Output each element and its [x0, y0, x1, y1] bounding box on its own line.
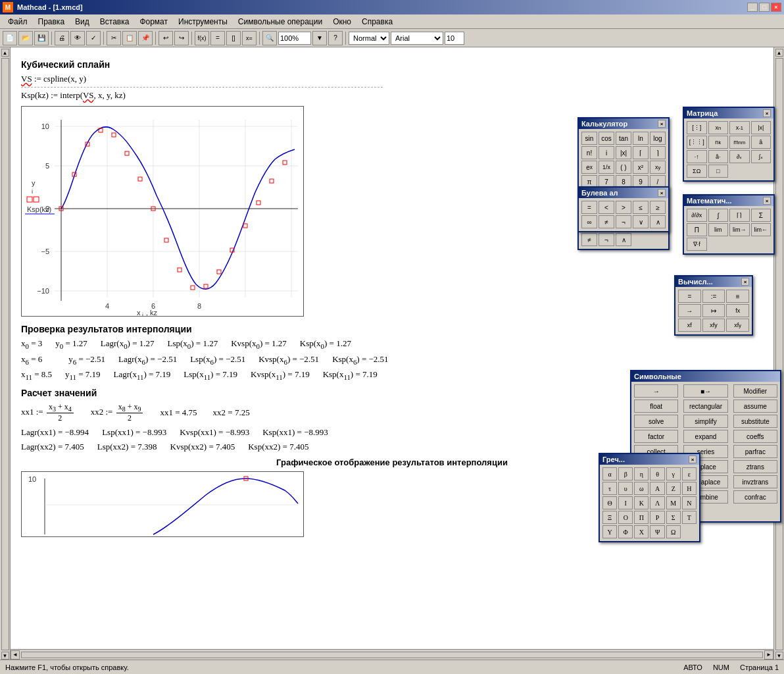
scroll-up-btn[interactable]: ▲: [1, 49, 9, 57]
greek-Lambda[interactable]: Λ: [650, 496, 664, 509]
mat-xn[interactable]: xn: [708, 121, 729, 134]
math-prod[interactable]: Π: [687, 223, 707, 236]
greek-tau[interactable]: τ: [602, 482, 617, 495]
calc-log[interactable]: log: [650, 132, 666, 145]
comp-fx[interactable]: fx: [726, 304, 749, 317]
scrollbar-left[interactable]: ▲ ▼: [0, 47, 11, 660]
bool-neq[interactable]: ≠: [599, 215, 614, 228]
greek-beta[interactable]: β: [618, 467, 633, 480]
math-lim[interactable]: lim: [708, 223, 729, 236]
mat-dotup[interactable]: ·↑: [687, 150, 707, 163]
calc-abs[interactable]: |x|: [616, 146, 631, 159]
bool-eq[interactable]: =: [581, 201, 597, 214]
cut-btn[interactable]: ✂: [107, 31, 121, 45]
math-close[interactable]: ×: [763, 197, 771, 205]
bool-not[interactable]: ¬: [616, 215, 631, 228]
sym-expand[interactable]: expand: [683, 430, 727, 443]
spell-btn[interactable]: ✓: [86, 31, 101, 45]
bool-ge[interactable]: ≥: [650, 201, 666, 214]
greek-theta[interactable]: θ: [650, 467, 664, 480]
sym-parfrac[interactable]: parfrac: [733, 445, 777, 458]
sym-factor[interactable]: factor: [634, 430, 678, 443]
calc-ceil-l[interactable]: ⌈: [633, 146, 649, 159]
greek-Phi[interactable]: Φ: [618, 525, 633, 538]
greek-Omega[interactable]: Ω: [666, 525, 681, 538]
sym-blkarrow[interactable]: ■→: [683, 384, 727, 398]
mat-int[interactable]: ∫ₓ: [751, 150, 772, 163]
bool-le[interactable]: ≤: [633, 201, 649, 214]
maximize-btn[interactable]: □: [759, 3, 770, 12]
undo-btn[interactable]: ↩: [159, 31, 173, 45]
font-select[interactable]: Arial: [391, 32, 443, 45]
scrollbar-right[interactable]: ▲ ▼: [773, 47, 784, 660]
bool-gt[interactable]: >: [616, 201, 631, 214]
copy-btn[interactable]: 📋: [122, 31, 137, 45]
scroll-left-btn[interactable]: ◄: [11, 650, 20, 660]
menu-symbolic[interactable]: Символьные операции: [233, 16, 328, 28]
comp-assign[interactable]: :=: [702, 290, 725, 303]
help-btn[interactable]: ?: [328, 31, 343, 45]
mat-nk[interactable]: nk: [708, 136, 729, 149]
greek-Theta[interactable]: Θ: [602, 496, 617, 509]
calc-i[interactable]: i: [599, 146, 614, 159]
sym-float[interactable]: float: [634, 400, 678, 413]
bool-or[interactable]: ∨: [633, 215, 649, 228]
sym-modifier[interactable]: Modifier: [733, 384, 777, 398]
sym-invztrans[interactable]: invztrans: [733, 475, 777, 488]
zoom-dropdown-btn[interactable]: ▼: [312, 31, 327, 45]
minimize-btn[interactable]: _: [747, 3, 758, 12]
calc-neq[interactable]: ≠: [581, 233, 597, 246]
math-partial[interactable]: ∂/∂x: [687, 209, 707, 222]
print-btn[interactable]: 🖨: [55, 31, 69, 45]
greek-omega[interactable]: ω: [634, 482, 649, 495]
compute-close[interactable]: ×: [741, 278, 749, 286]
calc-ex[interactable]: ex: [581, 161, 597, 174]
scroll-up-right-btn[interactable]: ▲: [775, 49, 783, 57]
greek-Chi[interactable]: Χ: [634, 525, 649, 538]
matrix-close[interactable]: ×: [763, 109, 771, 117]
greek-Kappa[interactable]: Κ: [634, 496, 649, 509]
sym-assume[interactable]: assume: [733, 400, 777, 413]
menu-view[interactable]: Вид: [70, 16, 95, 28]
math-lim-r[interactable]: lim→: [729, 223, 750, 236]
calc-not[interactable]: ¬: [599, 233, 614, 246]
greek-alpha[interactable]: α: [602, 467, 617, 480]
sym-substitute[interactable]: substitute: [733, 415, 777, 428]
open-btn[interactable]: 📂: [18, 31, 33, 45]
new-btn[interactable]: 📄: [3, 31, 17, 45]
bool-lt[interactable]: <: [599, 201, 614, 214]
comp-mapsto[interactable]: ↦: [702, 304, 725, 317]
mat-sum[interactable]: ΣΩ: [687, 165, 707, 178]
calculator-titlebar[interactable]: Калькулятор ×: [579, 118, 668, 129]
greek-Omicron[interactable]: Ο: [618, 511, 633, 524]
menu-window[interactable]: Окно: [328, 16, 356, 28]
calc-xpowy[interactable]: xy: [650, 161, 666, 174]
greek-gamma[interactable]: γ: [666, 467, 681, 480]
greek-Eta[interactable]: Η: [682, 482, 697, 495]
menu-help[interactable]: Справка: [356, 16, 398, 28]
greek-Xi[interactable]: Ξ: [602, 511, 617, 524]
save-btn[interactable]: 💾: [34, 31, 49, 45]
calc-ceil-r[interactable]: ⌉: [650, 146, 666, 159]
mat-mat[interactable]: [⋮⋮]: [687, 136, 707, 149]
zoom-out-btn[interactable]: 🔍: [262, 31, 277, 45]
paste-btn[interactable]: 📌: [138, 31, 153, 45]
greek-Iota[interactable]: Ι: [618, 496, 633, 509]
comp-xfy2[interactable]: xfy: [726, 319, 749, 332]
greek-Alpha[interactable]: Α: [650, 482, 664, 495]
menu-insert[interactable]: Вставка: [95, 16, 135, 28]
menu-edit[interactable]: Правка: [33, 16, 70, 28]
math-sum[interactable]: Σ: [751, 209, 772, 222]
comp-equiv[interactable]: ≡: [726, 290, 749, 303]
mat-partial[interactable]: ∂ₓ: [729, 150, 750, 163]
math-int[interactable]: ∫: [708, 209, 729, 222]
calc-inv[interactable]: 1/x: [599, 161, 614, 174]
sym-rect[interactable]: rectangular: [683, 400, 727, 413]
comp-eq[interactable]: =: [678, 290, 701, 303]
mat-hatdot[interactable]: â·: [708, 150, 729, 163]
menu-format[interactable]: Формат: [134, 16, 173, 28]
math-nabla[interactable]: ∇·f: [687, 238, 707, 251]
greek-epsilon[interactable]: ε: [682, 467, 697, 480]
compute-titlebar[interactable]: Вычисл... ×: [675, 276, 752, 287]
close-btn[interactable]: ×: [771, 3, 781, 12]
